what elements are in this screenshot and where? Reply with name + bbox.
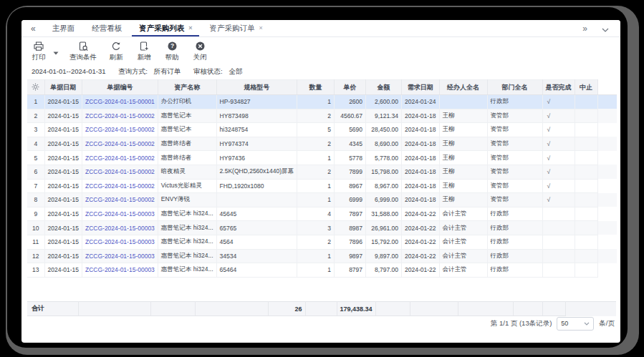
column-header-abort[interactable]: 中止 [575, 80, 597, 95]
document-link[interactable]: ZCCG-2024-01-15-00002 [85, 182, 155, 190]
tab-2[interactable]: 经营看板 [83, 20, 130, 36]
cell-spec: 4564 [216, 235, 297, 249]
table-row[interactable]: 42024-01-15ZCCG-2024-01-15-00002惠普终结者HY9… [27, 137, 617, 151]
column-header-need[interactable]: 需求日期 [402, 80, 439, 95]
document-link[interactable]: ZCCG-2024-01-15-00003 [85, 238, 155, 245]
cell-handler: 王柳 [439, 193, 487, 207]
table-row[interactable]: 72024-01-15ZCCG-2024-01-15-00002Victus光影… [27, 179, 617, 193]
column-header-dept[interactable]: 部门全名 [487, 80, 542, 95]
table-row[interactable]: 12024-01-15ZCCG-2024-01-15-00001办公打印机HP-… [27, 95, 617, 109]
tab-close-icon[interactable]: × [259, 25, 262, 31]
cell-amount: 8,690.00 [366, 137, 402, 151]
cell-spec: FHD,1920x1080 [216, 179, 297, 193]
cell-num: 2 [27, 109, 44, 123]
document-link[interactable]: ZCCG-2024-01-15-00001 [85, 98, 155, 105]
column-header-date[interactable]: 单据日期 [44, 80, 82, 95]
document-link[interactable]: ZCCG-2024-01-15-00002 [85, 112, 155, 119]
column-header-price[interactable]: 单价 [335, 80, 366, 95]
cell-abort [575, 179, 597, 193]
cell-date: 2024-01-15 [44, 123, 82, 137]
table-row[interactable]: 52024-01-15ZCCG-2024-01-15-00002惠普终结者HY9… [27, 151, 617, 165]
printer-icon [34, 41, 44, 51]
column-header-amount[interactable]: 金额 [366, 80, 402, 95]
toolbar-query-conditions-button[interactable]: 查询条件 [69, 40, 97, 62]
column-header-done[interactable]: 是否完成 [542, 80, 575, 95]
toolbar-print-button[interactable]: 打印 [30, 40, 47, 62]
cell-date: 2024-01-15 [44, 207, 82, 221]
tab-4[interactable]: 资产采购订单× [201, 20, 271, 36]
document-link[interactable]: ZCCG-2024-01-15-00002 [85, 140, 155, 147]
page-size-select[interactable]: 50 [557, 317, 594, 331]
cell-spec: hi3248754 [216, 123, 297, 137]
cell-need: 2024-01-18 [402, 179, 439, 193]
row-filler [597, 137, 617, 151]
column-header-handler[interactable]: 经办人全名 [439, 80, 487, 95]
app-window: « 主界面经营看板资产采购列表×资产采购订单× » 打印查询条件刷新新增?帮助关… [21, 20, 620, 343]
cell-need: 2024-01-24 [402, 95, 439, 109]
print-dropdown-caret-icon[interactable] [53, 45, 59, 58]
table-row[interactable]: 32024-01-15ZCCG-2024-01-15-00002惠普笔记本hi3… [27, 123, 617, 137]
toolbar-help-button[interactable]: ?帮助 [163, 40, 181, 62]
totals-label: 合计 [27, 302, 78, 316]
document-link[interactable]: ZCCG-2024-01-15-00002 [85, 155, 155, 162]
cell-price: 4345 [335, 137, 366, 151]
cell-handler: 会计主管 [439, 249, 487, 263]
table-row[interactable]: 62024-01-15ZCCG-2024-01-15-00002暗夜精灵2.5K… [27, 165, 617, 179]
document-link[interactable]: ZCCG-2024-01-15-00002 [85, 126, 155, 133]
document-link[interactable]: ZCCG-2024-01-15-00003 [85, 253, 155, 260]
document-link[interactable]: ZCCG-2024-01-15-00003 [85, 225, 155, 232]
document-link[interactable]: ZCCG-2024-01-15-00002 [85, 196, 155, 203]
cell-amount: 5,778.00 [366, 151, 402, 165]
cell-need: 2024-01-18 [402, 193, 439, 207]
chevrons-left-icon[interactable]: « [21, 20, 44, 36]
tab-1[interactable]: 主界面 [44, 20, 84, 36]
document-link[interactable]: ZCCG-2024-01-15-00002 [85, 168, 155, 175]
table-row[interactable]: 92024-01-15ZCCG-2024-01-15-00003惠普笔记本 hi… [27, 207, 617, 221]
cell-price: 9897 [335, 249, 366, 263]
table-row[interactable]: 112024-01-15ZCCG-2024-01-15-00003惠普笔记本 h… [27, 235, 617, 249]
cell-abort [575, 109, 597, 123]
table-row[interactable]: 122024-01-15ZCCG-2024-01-15-00003惠普笔记本 h… [27, 249, 617, 263]
cell-doc: ZCCG-2024-01-15-00002 [82, 109, 158, 123]
chevrons-right-icon[interactable]: » [582, 24, 587, 34]
cell-dept: 资管部 [487, 179, 542, 193]
cell-amount: 8,797.00 [366, 263, 402, 278]
tab-3[interactable]: 资产采购列表× [130, 20, 201, 36]
row-filler [597, 151, 617, 165]
cell-doc: ZCCG-2024-01-15-00001 [82, 95, 158, 109]
cell-price: 7899 [335, 165, 366, 179]
row-filler [597, 249, 617, 263]
cell-done: √ [542, 95, 575, 109]
toolbar-close-button[interactable]: 关闭 [191, 40, 208, 62]
row-filler [597, 221, 617, 235]
cell-asset: 惠普笔记本 hi324... [158, 235, 216, 249]
chevron-down-icon[interactable] [602, 22, 609, 35]
column-header-qty[interactable]: 数量 [297, 80, 335, 95]
column-header-num[interactable] [27, 80, 44, 95]
toolbar-add-button[interactable]: 新增 [135, 40, 153, 62]
cell-qty: 1 [297, 179, 335, 193]
table-row[interactable]: 132024-01-15ZCCG-2024-01-15-00003惠普笔记本 h… [27, 263, 617, 278]
document-link[interactable]: ZCCG-2024-01-15-00003 [85, 266, 155, 273]
table-row[interactable]: 82024-01-15ZCCG-2024-01-15-00002ENVY薄锐16… [27, 193, 617, 207]
cell-spec: HY97436 [216, 151, 297, 165]
cell-spec: 65765 [216, 221, 297, 235]
totals-qty: 26 [268, 302, 305, 316]
cell-date: 2024-01-15 [44, 179, 82, 193]
row-filler [597, 179, 617, 193]
toolbar-refresh-button[interactable]: 刷新 [107, 40, 125, 62]
column-header-spec[interactable]: 规格型号 [216, 80, 297, 95]
cell-asset: 惠普笔记本 hi324... [158, 221, 216, 235]
column-header-asset[interactable]: 资产名称 [158, 80, 216, 95]
table-row[interactable]: 102024-01-15ZCCG-2024-01-15-00003惠普笔记本 h… [27, 221, 617, 235]
cell-asset: 惠普笔记本 [158, 109, 216, 123]
cell-date: 2024-01-15 [44, 137, 82, 151]
column-header-doc[interactable]: 单据编号 [82, 80, 158, 95]
document-link[interactable]: ZCCG-2024-01-15-00003 [85, 210, 155, 217]
toolbar-button-label: 关闭 [193, 53, 207, 62]
tab-close-icon[interactable]: × [188, 25, 192, 31]
cell-handler: 会计主管 [439, 263, 487, 278]
gear-icon[interactable] [32, 85, 39, 92]
table-row[interactable]: 22024-01-15ZCCG-2024-01-15-00002惠普笔记本HY8… [27, 109, 617, 123]
cell-price: 4560.67 [335, 109, 366, 123]
